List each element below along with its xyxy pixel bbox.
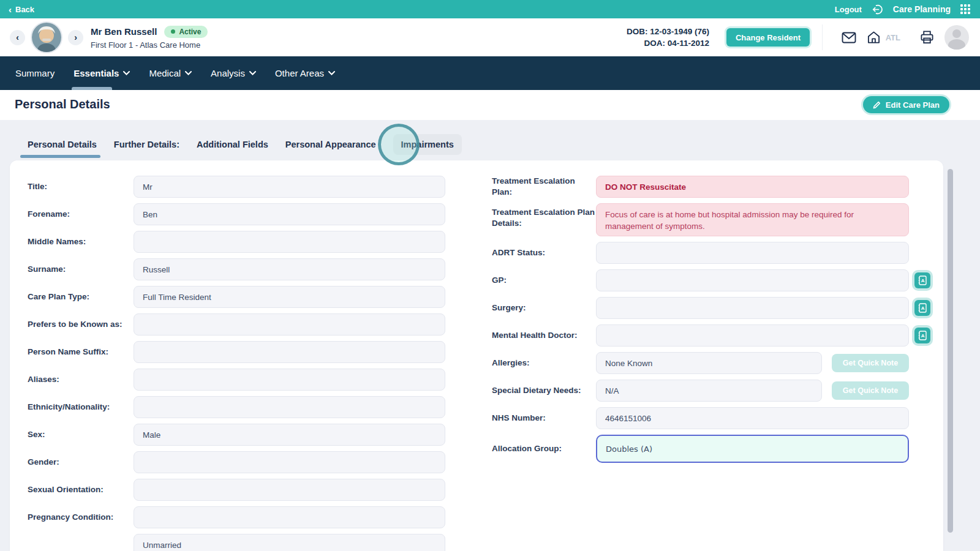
resident-location: First Floor 1 - Atlas Care Home xyxy=(91,40,208,50)
resident-photo xyxy=(31,21,62,53)
chevron-down-icon xyxy=(328,71,335,75)
nav-item-medical[interactable]: Medical xyxy=(149,68,192,78)
field-prefers-known-as: Prefers to be Known as: xyxy=(28,313,445,335)
tab-further-details[interactable]: Further Details: xyxy=(114,134,179,155)
gp-address-book-button[interactable]: A xyxy=(914,272,930,288)
field-middle-names: Middle Names: xyxy=(28,231,445,253)
field-gp: GP: A xyxy=(492,269,943,291)
prefers-known-as-input[interactable] xyxy=(134,313,445,335)
back-chevron-icon: ‹ xyxy=(9,5,12,14)
status-label: Active xyxy=(179,28,201,36)
apps-grid-icon[interactable] xyxy=(960,4,970,14)
nav-item-summary[interactable]: Summary xyxy=(15,68,55,78)
logout-button[interactable]: Logout xyxy=(835,5,862,14)
top-bar: ‹ Back Logout Care Planning xyxy=(0,0,980,18)
logout-icon[interactable] xyxy=(872,4,883,15)
field-gender: Gender: xyxy=(28,451,445,473)
print-icon[interactable] xyxy=(919,30,934,45)
field-forename: Forename: Ben xyxy=(28,203,445,225)
tep-details-input[interactable]: Focus of care is at home but hospital ad… xyxy=(596,203,909,236)
middle-names-input[interactable] xyxy=(134,231,445,253)
allocation-group-input[interactable]: Doubles (A) xyxy=(596,435,909,463)
sexual-orientation-input[interactable] xyxy=(134,479,445,501)
status-dot-icon xyxy=(171,29,175,34)
field-surname: Surname: Russell xyxy=(28,258,445,280)
page-title: Personal Details xyxy=(15,97,110,111)
chevron-down-icon xyxy=(185,71,192,75)
field-tep-details: Treatment Escalation Plan Details: Focus… xyxy=(492,203,943,236)
tab-additional-fields[interactable]: Additional Fields xyxy=(197,134,268,155)
form-column-left: Title: Mr Forename: Ben Middle Names: Su… xyxy=(28,176,445,551)
dob-text: DOB: 12-03-1949 (76) xyxy=(627,26,709,37)
back-label: Back xyxy=(15,5,34,14)
address-book-icon: A xyxy=(918,331,927,340)
nhs-number-input[interactable]: 4646151006 xyxy=(596,407,909,429)
svg-text:A: A xyxy=(921,333,925,339)
detail-tabs: Personal Details Further Details: Additi… xyxy=(28,132,462,157)
marital-status-input[interactable]: Unmarried xyxy=(134,534,445,551)
header-divider xyxy=(822,24,823,50)
adrt-status-input[interactable] xyxy=(596,242,909,264)
nav-item-other-areas[interactable]: Other Areas xyxy=(275,68,335,78)
dietary-quick-note-button[interactable]: Get Quick Note xyxy=(832,381,909,400)
change-resident-button[interactable]: Change Resident xyxy=(726,28,810,47)
dob-doa-block: DOB: 12-03-1949 (76) DOA: 04-11-2012 xyxy=(627,26,709,49)
care-plan-type-input[interactable]: Full Time Resident xyxy=(134,286,445,308)
field-special-dietary-needs: Special Dietary Needs: N/A Get Quick Not… xyxy=(492,380,943,402)
tab-impairments[interactable]: Impairments xyxy=(393,134,462,155)
app-title: Care Planning xyxy=(893,4,951,14)
nav-item-analysis[interactable]: Analysis xyxy=(211,68,256,78)
allergies-input[interactable]: None Known xyxy=(596,352,822,374)
back-button[interactable]: ‹ Back xyxy=(9,5,34,14)
title-bar: Personal Details Edit Care Plan xyxy=(0,90,980,120)
edit-care-plan-button[interactable]: Edit Care Plan xyxy=(863,96,949,113)
mail-icon[interactable] xyxy=(842,30,856,45)
previous-resident-button[interactable]: ‹ xyxy=(10,30,25,45)
surgery-input[interactable] xyxy=(596,297,909,319)
title-input[interactable]: Mr xyxy=(134,176,445,198)
field-allergies: Allergies: None Known Get Quick Note xyxy=(492,352,943,374)
home-icon[interactable] xyxy=(867,30,881,45)
user-avatar[interactable] xyxy=(944,25,969,50)
svg-text:A: A xyxy=(921,278,925,283)
field-surgery: Surgery: A xyxy=(492,297,943,319)
surname-input[interactable]: Russell xyxy=(134,258,445,280)
tab-personal-details[interactable]: Personal Details xyxy=(28,134,97,155)
tab-personal-appearance[interactable]: Personal Appearance xyxy=(285,134,376,155)
tab-active-indicator xyxy=(20,155,100,158)
field-treatment-escalation-plan: Treatment Escalation Plan: DO NOT Resusc… xyxy=(492,176,943,198)
doa-text: DOA: 04-11-2012 xyxy=(627,37,709,49)
person-name-suffix-input[interactable] xyxy=(134,341,445,363)
forename-input[interactable]: Ben xyxy=(134,203,445,225)
next-resident-button[interactable]: › xyxy=(68,30,83,45)
dietary-needs-input[interactable]: N/A xyxy=(596,380,822,402)
field-pregnancy-condition: Pregnancy Condition: xyxy=(28,506,445,528)
allergies-quick-note-button[interactable]: Get Quick Note xyxy=(832,354,909,372)
field-person-name-suffix: Person Name Suffix: xyxy=(28,341,445,363)
status-badge: Active xyxy=(164,26,208,38)
surgery-address-book-button[interactable]: A xyxy=(914,300,930,316)
field-partial-bottom: Unmarried xyxy=(28,534,445,551)
field-aliases: Aliases: xyxy=(28,369,445,391)
address-book-icon: A xyxy=(918,303,927,313)
field-adrt-status: ADRT Status: xyxy=(492,242,943,264)
mental-health-doctor-input[interactable] xyxy=(596,324,909,347)
resident-header: ‹ › Mr Ben Russell Active First Floor 1 … xyxy=(0,18,980,56)
nav-item-essentials[interactable]: Essentials xyxy=(74,68,130,78)
pencil-icon xyxy=(873,101,881,109)
mhd-address-book-button[interactable]: A xyxy=(914,328,930,343)
field-title: Title: Mr xyxy=(28,176,445,198)
treatment-escalation-plan-input[interactable]: DO NOT Resuscitate xyxy=(596,176,909,198)
aliases-input[interactable] xyxy=(134,369,445,391)
field-ethnicity-nationality: Ethnicity/Nationality: xyxy=(28,396,445,418)
personal-details-card: Title: Mr Forename: Ben Middle Names: Su… xyxy=(10,160,943,551)
vertical-scrollbar[interactable] xyxy=(948,169,953,533)
pregnancy-condition-input[interactable] xyxy=(134,506,445,528)
field-mental-health-doctor: Mental Health Doctor: A xyxy=(492,324,943,347)
address-book-icon: A xyxy=(918,276,927,285)
chevron-down-icon xyxy=(249,71,256,75)
sex-input[interactable]: Male xyxy=(134,424,445,446)
gp-input[interactable] xyxy=(596,269,909,291)
gender-input[interactable] xyxy=(134,451,445,473)
ethnicity-nationality-input[interactable] xyxy=(134,396,445,418)
